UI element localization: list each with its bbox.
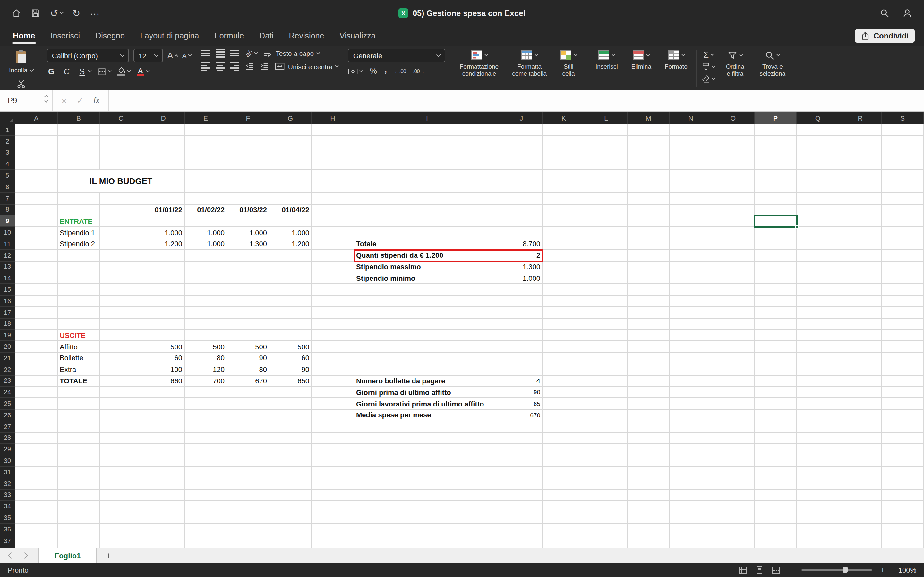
cell-B19[interactable]: USCITE xyxy=(58,330,100,342)
accounting-format-button[interactable] xyxy=(348,67,363,75)
cell-R4[interactable] xyxy=(839,159,882,170)
cell-E30[interactable] xyxy=(185,455,227,467)
cell-E38[interactable] xyxy=(185,546,227,548)
cell-S24[interactable] xyxy=(882,387,924,398)
cell-S15[interactable] xyxy=(882,284,924,295)
cell-L20[interactable] xyxy=(585,341,628,353)
cell-H25[interactable] xyxy=(312,398,354,410)
cell-O9[interactable] xyxy=(712,216,754,227)
cell-J1[interactable] xyxy=(501,124,543,136)
cell-M37[interactable] xyxy=(628,535,670,546)
cell-A23[interactable] xyxy=(15,376,58,387)
cell-M20[interactable] xyxy=(628,341,670,353)
cell-R37[interactable] xyxy=(839,535,882,546)
cancel-entry-button[interactable]: × xyxy=(61,96,66,105)
cell-F19[interactable] xyxy=(227,330,270,342)
cell-A31[interactable] xyxy=(15,467,58,478)
cell-J6[interactable] xyxy=(501,181,543,193)
row-header-21[interactable]: 21 xyxy=(0,353,15,364)
cell-D29[interactable] xyxy=(142,444,185,456)
cell-A19[interactable] xyxy=(15,330,58,342)
cell-L29[interactable] xyxy=(585,444,628,456)
cell-G24[interactable] xyxy=(270,387,312,398)
cell-Q6[interactable] xyxy=(797,181,839,193)
cell-B20[interactable]: Affitto xyxy=(58,341,100,353)
cell-K4[interactable] xyxy=(543,159,585,170)
cell-G15[interactable] xyxy=(270,284,312,295)
cell-B9[interactable]: ENTRATE xyxy=(58,216,100,227)
cell-R21[interactable] xyxy=(839,353,882,364)
cell-J27[interactable] xyxy=(501,421,543,432)
cell-F18[interactable] xyxy=(227,318,270,330)
cell-S8[interactable] xyxy=(882,204,924,216)
number-format-select[interactable]: Generale xyxy=(348,49,446,62)
cell-H20[interactable] xyxy=(312,341,354,353)
cell-M4[interactable] xyxy=(628,159,670,170)
cell-Q19[interactable] xyxy=(797,330,839,342)
cell-Q3[interactable] xyxy=(797,147,839,159)
cell-K30[interactable] xyxy=(543,455,585,467)
increase-indent-button[interactable] xyxy=(260,63,269,71)
row-header-26[interactable]: 26 xyxy=(0,410,15,421)
cell-K10[interactable] xyxy=(543,227,585,239)
cell-O6[interactable] xyxy=(712,181,754,193)
undo-button[interactable]: ↺ xyxy=(50,8,63,18)
cell-S22[interactable] xyxy=(882,364,924,376)
cell-A18[interactable] xyxy=(15,318,58,330)
cell-N3[interactable] xyxy=(670,147,712,159)
cell-N11[interactable] xyxy=(670,239,712,250)
cell-P2[interactable] xyxy=(754,136,797,147)
insert-function-button[interactable]: fx xyxy=(94,96,99,105)
cell-K15[interactable] xyxy=(543,284,585,295)
cell-I10[interactable] xyxy=(354,227,501,239)
cell-G28[interactable] xyxy=(270,432,312,444)
cell-F4[interactable] xyxy=(227,159,270,170)
cell-H29[interactable] xyxy=(312,444,354,456)
cell-G1[interactable] xyxy=(270,124,312,136)
cell-C35[interactable] xyxy=(100,512,142,524)
cell-G32[interactable] xyxy=(270,478,312,490)
cell-P15[interactable] xyxy=(754,284,797,295)
cell-S18[interactable] xyxy=(882,318,924,330)
cell-O36[interactable] xyxy=(712,524,754,535)
cell-R10[interactable] xyxy=(839,227,882,239)
cell-M15[interactable] xyxy=(628,284,670,295)
cell-D30[interactable] xyxy=(142,455,185,467)
cell-B12[interactable] xyxy=(58,250,100,261)
cell-S30[interactable] xyxy=(882,455,924,467)
redo-button[interactable]: ↻ xyxy=(72,8,80,18)
cell-M11[interactable] xyxy=(628,239,670,250)
cell-O11[interactable] xyxy=(712,239,754,250)
cell-J28[interactable] xyxy=(501,432,543,444)
italic-button[interactable]: C xyxy=(62,67,71,76)
cell-L30[interactable] xyxy=(585,455,628,467)
cell-Q23[interactable] xyxy=(797,376,839,387)
ribbon-tab-formule[interactable]: Formule xyxy=(207,27,252,45)
cell-F13[interactable] xyxy=(227,261,270,273)
cell-F8[interactable]: 01/03/22 xyxy=(227,204,270,216)
cell-C23[interactable] xyxy=(100,376,142,387)
add-sheet-button[interactable]: + xyxy=(98,550,120,561)
cell-C7[interactable] xyxy=(100,193,142,205)
cell-P3[interactable] xyxy=(754,147,797,159)
cell-F2[interactable] xyxy=(227,136,270,147)
cell-I21[interactable] xyxy=(354,353,501,364)
cell-P19[interactable] xyxy=(754,330,797,342)
row-header-28[interactable]: 28 xyxy=(0,432,15,444)
cell-N29[interactable] xyxy=(670,444,712,456)
cell-O24[interactable] xyxy=(712,387,754,398)
row-header-36[interactable]: 36 xyxy=(0,524,15,535)
cell-R6[interactable] xyxy=(839,181,882,193)
cell-S27[interactable] xyxy=(882,421,924,432)
cell-D22[interactable]: 100 xyxy=(142,364,185,376)
column-header-P[interactable]: P xyxy=(754,111,797,124)
cell-F12[interactable] xyxy=(227,250,270,261)
cell-A32[interactable] xyxy=(15,478,58,490)
cell-C24[interactable] xyxy=(100,387,142,398)
cell-J31[interactable] xyxy=(501,467,543,478)
cell-F1[interactable] xyxy=(227,124,270,136)
cell-N1[interactable] xyxy=(670,124,712,136)
cell-O31[interactable] xyxy=(712,467,754,478)
cell-L36[interactable] xyxy=(585,524,628,535)
cell-D1[interactable] xyxy=(142,124,185,136)
